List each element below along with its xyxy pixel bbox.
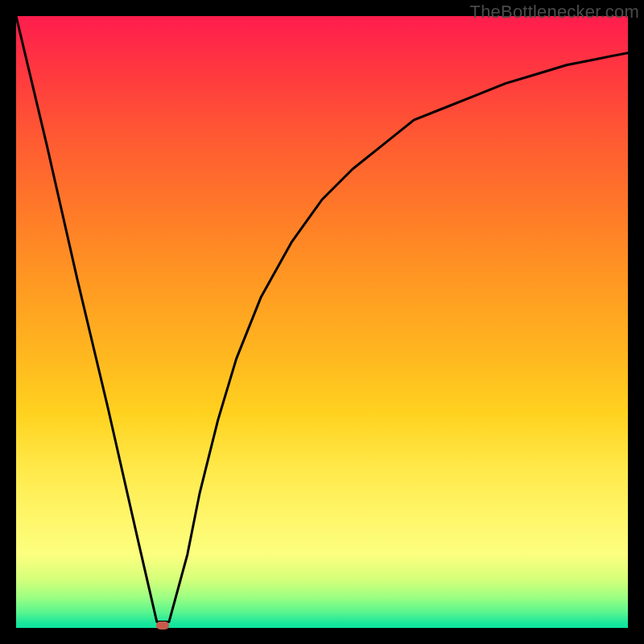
minimum-marker (156, 621, 169, 630)
curve-svg (16, 16, 628, 628)
bottleneck-curve-path (16, 16, 628, 621)
plot-area (16, 16, 628, 628)
chart-frame: TheBottlenecker.com (0, 0, 644, 644)
watermark-text: TheBottlenecker.com (470, 2, 639, 23)
